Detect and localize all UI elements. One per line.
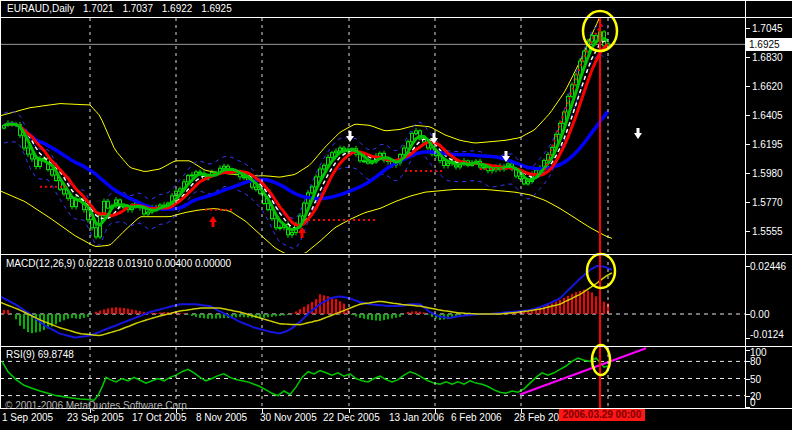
date-tick-label: 6 Feb 2006	[451, 412, 502, 423]
price-tick-label: 1.6405	[752, 110, 783, 121]
ohlc-open-value: 1.7021	[83, 3, 114, 14]
date-tick-label: 1 Sep 2005	[2, 412, 53, 423]
price-tick-label: 1.7045	[752, 23, 783, 34]
date-tick-label: 28 Feb 200	[514, 412, 565, 423]
price-tick-label: 1.6195	[752, 139, 783, 150]
macd-tick-label: -0.0124	[750, 329, 784, 340]
date-tick-label: 30 Nov 2005	[260, 412, 317, 423]
copyright-label: © 2001-2006 MetaQuotes Software Corp.	[5, 400, 190, 411]
current-price-label: 1.6925	[746, 38, 792, 51]
price-tick-label: 1.6620	[752, 81, 783, 92]
rsi-tick-label: 50	[750, 374, 761, 385]
macd-tick-label: 0.02446	[750, 261, 786, 272]
chart-canvas[interactable]	[0, 0, 792, 430]
chart-title: EURAUD,Daily 1.7021 1.7037 1.6922 1.6925	[7, 3, 238, 14]
ohlc-high-value: 1.7037	[122, 3, 153, 14]
date-tick-label: 22 Dec 2005	[323, 412, 380, 423]
rsi-indicator-label: RSI(9) 69.8748	[6, 349, 74, 360]
rsi-tick-label: 80	[750, 356, 761, 367]
date-tick-label: 8 Nov 2005	[196, 412, 247, 423]
symbol-period-label: EURAUD,Daily	[7, 3, 74, 14]
mt4-chart-window: EURAUD,Daily 1.7021 1.7037 1.6922 1.6925…	[0, 0, 792, 430]
date-tick-label: 17 Oct 2005	[132, 412, 186, 423]
macd-indicator-label: MACD(12,26,9) 0.02218 0.01910 0.00400 0.…	[6, 258, 231, 269]
ohlc-close-value: 1.6925	[201, 3, 232, 14]
macd-tick-label: 0.00	[750, 309, 769, 320]
ohlc-low-value: 1.6922	[162, 3, 193, 14]
date-tick-label: 23 Sep 2005	[67, 412, 124, 423]
price-tick-label: 1.5555	[752, 226, 783, 237]
price-tick-label: 1.5770	[752, 197, 783, 208]
crosshair-date-label: 2006.03.29 00:00	[559, 409, 645, 421]
date-tick-label: 13 Jan 2006	[389, 412, 444, 423]
price-tick-label: 1.6830	[752, 52, 783, 63]
price-tick-label: 1.5980	[752, 168, 783, 179]
rsi-tick-label: 0	[750, 397, 756, 408]
